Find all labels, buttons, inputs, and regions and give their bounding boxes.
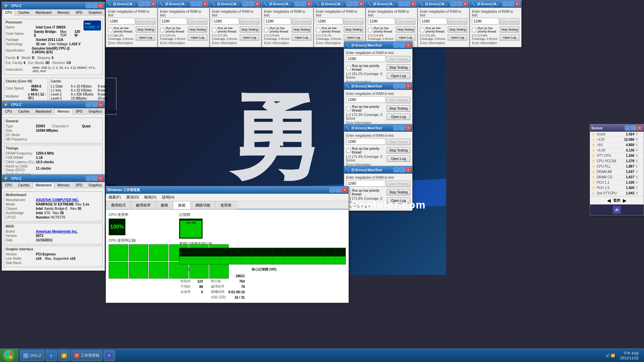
memtest-stop-btn-6[interactable]: Stop Testing (396, 26, 415, 33)
mb-tab-mainboard[interactable]: Mainboard (33, 182, 54, 188)
memtest-input-12[interactable] (346, 180, 385, 187)
memtest-checkbox-5[interactable] (316, 28, 320, 32)
memtest-log-btn-10[interactable]: Open Log (387, 114, 410, 120)
cpuz-minimize-btn[interactable]: ─ (86, 3, 91, 8)
memtest-max-4[interactable]: □ (301, 2, 306, 6)
memtest-stop-btn-9[interactable]: Stop Testing (387, 64, 410, 71)
memtest-stop-btn-2[interactable]: Stop Testing (188, 26, 207, 33)
memtest-stop-btn-12[interactable]: Stop Testing (387, 189, 410, 195)
mem-tab-graphics[interactable]: Graphics (86, 108, 105, 114)
memtest-start-btn-6[interactable]: Start Testing (396, 18, 415, 24)
memtest-min-2[interactable]: ─ (191, 2, 196, 6)
memtest-checkbox-3[interactable] (212, 28, 216, 32)
sensor-minimize-btn[interactable]: ─ (625, 126, 630, 130)
memtest-max-1[interactable]: □ (145, 2, 150, 6)
memtest-close-5[interactable]: ✕ (359, 2, 364, 6)
memtest-min-10[interactable]: ─ (393, 84, 399, 88)
mem-tab-about[interactable]: About (105, 108, 120, 114)
mb-tab-caches[interactable]: Caches (15, 182, 33, 188)
menu-options[interactable]: 選項(O) (123, 194, 142, 201)
memtest-min-8[interactable]: ─ (502, 2, 508, 6)
sensor-maximize-btn[interactable]: □ (631, 126, 636, 130)
memtest-log-btn-9[interactable]: Open Log (387, 73, 410, 79)
mb-tab-graphics[interactable]: Graphics (86, 182, 105, 188)
tm-maximize-btn[interactable]: □ (336, 188, 341, 192)
tab-graphics[interactable]: Graphics (86, 9, 105, 15)
memtest-start-btn-9[interactable]: Start Testing (387, 56, 410, 62)
tab-performance[interactable]: 效能 (173, 201, 191, 209)
taskbar-explorer[interactable]: 📁 (58, 350, 70, 361)
memtest-stop-btn-3[interactable]: Stop Testing (240, 26, 259, 33)
memtest-close-4[interactable]: ✕ (307, 2, 312, 6)
memtest-max-7[interactable]: □ (457, 2, 462, 6)
tab-services[interactable]: 服務 (156, 201, 173, 209)
mem-tab-memory[interactable]: Memory (54, 108, 72, 114)
memtest-stop-btn-5[interactable]: Stop Testing (344, 26, 363, 33)
tab-cpu[interactable]: CPU (2, 9, 15, 15)
menu-help[interactable]: 說明(H) (159, 194, 177, 201)
cpuz-mb-maximize-btn[interactable]: □ (92, 176, 97, 181)
cpuz-mem-maximize-btn[interactable]: □ (92, 102, 97, 107)
memtest-stop-btn-10[interactable]: Stop Testing (387, 105, 410, 112)
memtest-max-11[interactable]: □ (399, 126, 405, 130)
menu-view[interactable]: 檢視(V) (142, 194, 159, 201)
memtest-min-1[interactable]: ─ (139, 2, 144, 6)
memtest-close-3[interactable]: ✕ (255, 2, 260, 6)
memtest-start-btn-5[interactable]: Start Testing (344, 18, 363, 24)
mem-tab-spd[interactable]: SPD (72, 108, 86, 114)
memtest-input-3[interactable] (212, 18, 239, 24)
cpuz-maximize-btn[interactable]: □ (92, 3, 97, 8)
memtest-input-10[interactable] (346, 96, 385, 103)
memtest-close-10[interactable]: ✕ (406, 84, 411, 88)
memtest-log-btn-6[interactable]: Open Log (396, 35, 415, 41)
menu-file[interactable]: 檔案(F) (106, 194, 123, 201)
memtest-checkbox-10[interactable] (346, 107, 351, 111)
memtest-log-btn-7[interactable]: Open Log (448, 35, 467, 41)
memtest-max-5[interactable]: □ (353, 2, 358, 6)
memtest-max-3[interactable]: □ (249, 2, 254, 6)
tab-spd[interactable]: SPD (72, 9, 86, 15)
memtest-input-1[interactable] (108, 18, 135, 24)
memtest-close-12[interactable]: ✕ (406, 168, 411, 172)
mb-tab-cpu[interactable]: CPU (2, 182, 15, 188)
memtest-close-11[interactable]: ✕ (406, 126, 411, 130)
memtest-input-8[interactable] (472, 18, 499, 24)
memtest-log-btn-1[interactable]: Open Log (136, 35, 155, 41)
taskbar-tm[interactable]: W 工作管理員 (71, 350, 102, 361)
memtest-close-2[interactable]: ✕ (203, 2, 208, 6)
tab-network[interactable]: 網路功能 (191, 201, 215, 209)
tm-minimize-btn[interactable]: ─ (330, 188, 335, 192)
memtest-log-btn-11[interactable]: Open Log (387, 156, 410, 162)
memtest-start-btn-7[interactable]: Start Testing (448, 18, 467, 24)
memtest-max-12[interactable]: □ (399, 168, 405, 172)
memtest-min-12[interactable]: ─ (393, 168, 399, 172)
memtest-log-btn-4[interactable]: Open Log (292, 35, 311, 41)
memtest-start-btn-4[interactable]: Start Testing (292, 18, 311, 24)
cpuz-mb-minimize-btn[interactable]: ─ (86, 176, 91, 181)
memtest-close-1[interactable]: ✕ (151, 2, 156, 6)
memtest-min-4[interactable]: ─ (294, 2, 300, 6)
mb-tab-spd[interactable]: SPD (72, 182, 86, 188)
memtest-start-btn-3[interactable]: Start Testing (240, 18, 259, 24)
memtest-checkbox-9[interactable] (346, 66, 351, 70)
taskbar-cpuz[interactable]: C CPU-Z (20, 350, 44, 361)
memtest-input-6[interactable] (368, 18, 395, 24)
memtest-close-9[interactable]: ✕ (406, 43, 411, 48)
tab-processes[interactable]: 處理程序 (131, 201, 156, 209)
memtest-checkbox-8[interactable] (472, 28, 476, 32)
tab-caches[interactable]: Caches (15, 9, 33, 15)
memtest-max-6[interactable]: □ (405, 2, 410, 6)
sensor-forward-btn[interactable]: ▶ (623, 198, 627, 203)
tab-apps[interactable]: 應用程式 (106, 201, 131, 209)
memtest-checkbox-7[interactable] (420, 28, 424, 32)
memtest-stop-btn-7[interactable]: Stop Testing (448, 26, 467, 33)
cpuz-close-btn[interactable]: ✕ (98, 3, 103, 8)
memtest-checkbox-11[interactable] (346, 148, 351, 153)
memtest-stop-btn-8[interactable]: Stop Testing (500, 26, 519, 33)
memtest-start-btn-10[interactable]: Start Testing (387, 97, 410, 103)
memtest-stop-btn-4[interactable]: Stop Testing (292, 26, 311, 33)
sensor-back-btn[interactable]: ◀ (607, 198, 611, 203)
memtest-checkbox-2[interactable] (160, 28, 164, 32)
mem-tab-caches[interactable]: Caches (15, 108, 33, 114)
memtest-start-btn-1[interactable]: Start Testing (136, 18, 155, 24)
